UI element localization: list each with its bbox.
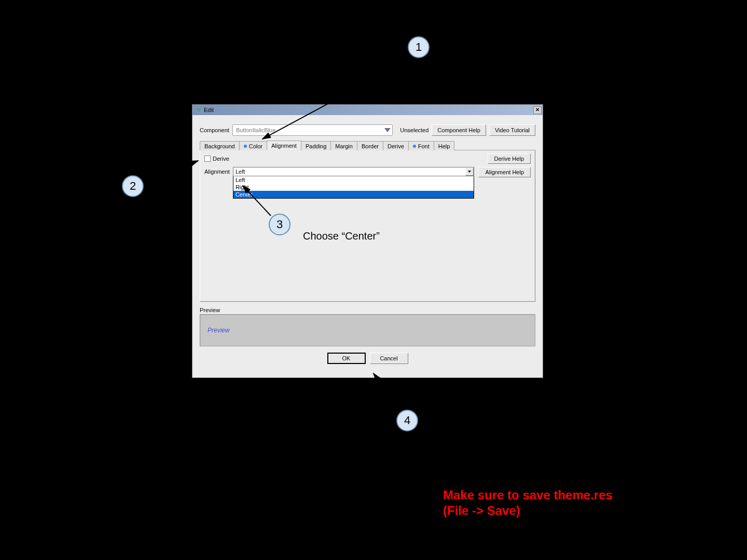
alignment-option-left[interactable]: Left <box>233 176 474 184</box>
dialog-body: Component ButtonItalicBlue Unselected Co… <box>192 115 543 369</box>
alignment-panel: Derive Derive Help Alignment Left LeftRi… <box>200 150 535 302</box>
save-warning: Make sure to save theme.res (File -> Sav… <box>443 487 613 519</box>
component-label: Component <box>200 127 229 133</box>
callout-2-text: Uncheck derive <box>68 204 140 216</box>
tab-label: Padding <box>306 143 326 149</box>
tab-font[interactable]: Font <box>408 141 434 150</box>
dialog-button-row: OK Cancel <box>200 353 535 364</box>
dialog-title: Edit <box>204 107 214 113</box>
preview-box: Preview <box>200 314 535 346</box>
derive-label: Derive <box>213 156 229 162</box>
alignment-help-button[interactable]: Alignment Help <box>478 167 531 177</box>
tab-label: Alignment <box>271 143 297 149</box>
cancel-button[interactable]: Cancel <box>370 353 408 364</box>
component-dropdown[interactable]: ButtonItalicBlue <box>232 124 393 136</box>
callout-1-text: Go to "Alignment" tab <box>439 41 538 53</box>
modified-dot-icon <box>244 145 247 148</box>
tab-border[interactable]: Border <box>357 141 383 150</box>
svg-line-3 <box>374 373 400 410</box>
preview-section-label: Preview <box>200 307 535 313</box>
tab-strip: BackgroundColorAlignmentPaddingMarginBor… <box>200 140 535 150</box>
tab-label: Border <box>362 143 379 149</box>
alignment-dropdown[interactable]: Left <box>233 167 474 176</box>
tab-label: Background <box>204 143 235 149</box>
svg-line-1 <box>146 161 198 180</box>
tab-help[interactable]: Help <box>434 141 455 150</box>
alignment-dropdown-wrap: Left LeftRightCenter <box>233 167 474 199</box>
derive-row: Derive Derive Help <box>204 153 531 164</box>
alignment-option-center[interactable]: Center <box>233 191 474 198</box>
callout-2: 2 <box>122 175 144 197</box>
tab-label: Color <box>249 143 262 149</box>
callout-4: 4 <box>396 410 418 431</box>
component-help-button[interactable]: Component Help <box>432 124 486 136</box>
chevron-down-icon <box>465 167 474 176</box>
tab-label: Help <box>438 143 450 149</box>
chevron-down-icon <box>384 128 391 132</box>
component-value: ButtonItalicBlue <box>236 127 275 133</box>
tab-alignment[interactable]: Alignment <box>267 141 301 150</box>
close-button[interactable]: ✕ <box>533 106 542 114</box>
alignment-option-right[interactable]: Right <box>233 184 474 191</box>
tab-background[interactable]: Background <box>200 141 240 150</box>
tab-label: Margin <box>335 143 353 149</box>
modified-dot-icon <box>413 145 416 148</box>
tab-padding[interactable]: Padding <box>301 141 331 150</box>
callout-4-text: Press "OK" <box>426 415 478 427</box>
title-bar: ✎ Edit ✕ <box>192 105 543 115</box>
alignment-label: Alignment <box>204 167 230 176</box>
component-row: Component ButtonItalicBlue Unselected Co… <box>200 124 535 136</box>
derive-checkbox[interactable] <box>204 156 211 162</box>
tab-margin[interactable]: Margin <box>330 141 357 150</box>
callout-1: 1 <box>408 36 430 58</box>
app-icon: ✎ <box>195 106 202 114</box>
alignment-row: Alignment Left LeftRightCenter Alignment… <box>204 167 531 199</box>
ok-button[interactable]: OK <box>327 353 366 364</box>
alignment-current-value: Left <box>236 169 245 175</box>
callout-3: 3 <box>269 214 290 235</box>
alignment-option-list: LeftRightCenter <box>233 176 474 199</box>
close-icon: ✕ <box>535 107 540 113</box>
derive-help-button[interactable]: Derive Help <box>488 153 531 164</box>
callout-3-text: Choose “Center” <box>303 230 380 242</box>
video-tutorial-button[interactable]: Video Tutorial <box>489 124 535 136</box>
tab-label: Derive <box>388 143 404 149</box>
tab-color[interactable]: Color <box>239 141 267 150</box>
tab-derive[interactable]: Derive <box>383 141 409 150</box>
unselected-label: Unselected <box>400 127 428 133</box>
tab-label: Font <box>418 143 430 149</box>
preview-text: Preview <box>208 327 230 334</box>
